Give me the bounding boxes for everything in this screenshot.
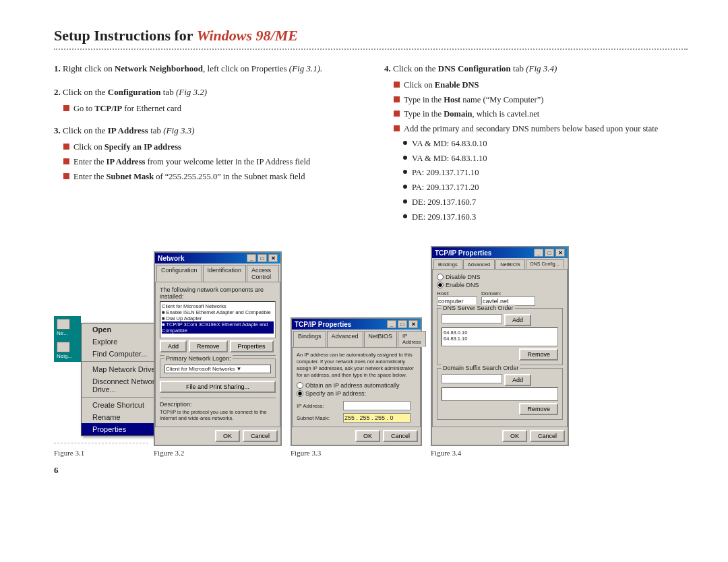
- tab-ip-address[interactable]: IP Address: [398, 331, 426, 347]
- add-dns-button[interactable]: Add: [504, 314, 531, 326]
- bullet-icon: [403, 185, 407, 189]
- network-footer: OK Cancel: [155, 427, 280, 445]
- dns-tabs: Bindings Advanced NetBIOS DNS Config...: [432, 258, 568, 269]
- network-tabs: Configuration Identification Access Cont…: [155, 263, 280, 282]
- maximize-button[interactable]: □: [257, 254, 267, 262]
- cancel-button[interactable]: Cancel: [530, 430, 565, 442]
- figure-3-1-caption: Figure 3.1: [54, 449, 84, 457]
- red-square-icon: [394, 82, 400, 88]
- domain-suffix-title: Domain Suffix Search Order: [442, 365, 520, 371]
- tcpip-tabs: Bindings Advanced NetBIOS IP Address: [292, 330, 421, 347]
- step-1-fig: (Fig 3.1).: [289, 63, 322, 73]
- step-4-bullet4: PA: 209.137.171.20: [403, 181, 688, 194]
- step-4-bullet1: VA & MD: 64.83.0.10: [403, 137, 688, 150]
- tab-netbios[interactable]: NetBIOS: [495, 259, 525, 269]
- components-label: The following network components are ins…: [160, 286, 276, 300]
- tab-configuration[interactable]: Configuration: [156, 265, 202, 282]
- step-4-sub2: Type in the Host name (“My Computer”): [394, 94, 688, 106]
- tab-advanced[interactable]: Advanced: [463, 259, 495, 269]
- step-1-bold1: Network Neighborhood: [115, 63, 203, 73]
- radio-enable-button[interactable]: [437, 282, 444, 288]
- selected-tcpip: ■ TCP/IP 3Com 3C919EX Ethernet Adapte an…: [162, 321, 274, 334]
- remove-button[interactable]: Remove: [189, 340, 228, 352]
- page-title: Setup Instructions for Windows 98/ME: [54, 27, 688, 50]
- step-3-sub1: Click on Specify an IP address: [63, 141, 357, 154]
- remove-suffix-button[interactable]: Remove: [519, 403, 558, 415]
- cancel-button[interactable]: Cancel: [243, 430, 278, 442]
- component-buttons: Add Remove Properties: [160, 340, 276, 352]
- bullet-icon: [403, 170, 407, 174]
- tcpip-description: An IP address can be automatically assig…: [297, 352, 416, 378]
- close-button[interactable]: ✕: [555, 249, 565, 257]
- add-button[interactable]: Add: [160, 340, 187, 352]
- tcpip-title: TCP/IP Properties: [295, 321, 351, 328]
- content-area: 1. Right click on Network Neighborhood, …: [54, 62, 688, 232]
- radio-specify: Specify an IP address:: [297, 390, 416, 397]
- tab-access-control[interactable]: Access Control: [247, 265, 279, 282]
- tcpip-titlebar-buttons: _ □ ✕: [387, 320, 418, 328]
- cancel-button[interactable]: Cancel: [383, 430, 418, 442]
- tab-netbios[interactable]: NetBIOS: [364, 331, 398, 347]
- red-square-icon: [63, 158, 69, 164]
- maximize-button[interactable]: □: [398, 320, 407, 328]
- network-titlebar: Network _ □ ✕: [155, 253, 280, 263]
- maximize-button[interactable]: □: [545, 249, 554, 257]
- step-2-number: 2.: [54, 87, 61, 97]
- close-button[interactable]: ✕: [268, 254, 278, 262]
- step-4-fig: (Fig 3.4): [526, 63, 557, 73]
- bullet-icon: [403, 141, 407, 145]
- step-3-number: 3.: [54, 125, 61, 135]
- dns-panel: Disable DNS Enable DNS Host: computer Do…: [432, 269, 568, 427]
- step-4-sub3: Type in the Domain, which is cavtel.net: [394, 108, 688, 121]
- dns-server-input[interactable]: [442, 314, 502, 323]
- red-square-icon: [394, 96, 400, 102]
- add-suffix-button[interactable]: Add: [504, 374, 531, 386]
- tab-bindings[interactable]: Bindings: [433, 259, 462, 269]
- desktop-icons: Ne... Neig...: [55, 317, 80, 361]
- radio-auto-button[interactable]: [297, 382, 303, 389]
- file-print-button[interactable]: File and Print Sharing...: [160, 381, 276, 393]
- step-3-fig: (Fig 3.3): [163, 125, 194, 135]
- dns-search-order-group: DNS Server Search Order Add 64.83.0.10 6…: [437, 308, 563, 365]
- bullet-icon: [403, 156, 407, 160]
- tab-identification[interactable]: Identification: [203, 265, 247, 282]
- ok-button[interactable]: OK: [215, 430, 240, 442]
- radio-disable-dns: Disable DNS: [437, 274, 563, 280]
- remove-dns-button[interactable]: Remove: [519, 348, 558, 361]
- primary-logon-group: Primary Network Logon: Client for Micros…: [160, 358, 276, 378]
- ip-field[interactable]: [343, 401, 411, 410]
- tab-advanced[interactable]: Advanced: [327, 331, 363, 347]
- radio-disable-button[interactable]: [437, 274, 444, 280]
- radio-auto: Obtain an IP address automatically: [297, 382, 416, 389]
- titlebar-buttons: _ □ ✕: [247, 254, 278, 262]
- properties-button[interactable]: Properties: [230, 340, 274, 352]
- dashed-separator: [54, 443, 148, 443]
- minimize-button[interactable]: _: [247, 254, 256, 262]
- logon-dropdown[interactable]: Client for Microsoft Networks ▼: [164, 365, 271, 373]
- minimize-button[interactable]: _: [534, 249, 543, 257]
- step-3-bold1: IP Address: [108, 125, 148, 135]
- tab-bindings[interactable]: Bindings: [293, 331, 326, 347]
- title-highlight: Windows 98/ME: [197, 27, 298, 44]
- suffix-input[interactable]: [442, 374, 502, 383]
- tab-dns-config[interactable]: DNS Config...: [526, 259, 564, 269]
- network-dialog: Network _ □ ✕ Configuration Identificati…: [154, 251, 282, 446]
- dns-footer: OK Cancel: [432, 427, 568, 445]
- tcpip-dialog: TCP/IP Properties _ □ ✕ Bindings Advance…: [291, 317, 422, 446]
- bullet-icon: [403, 214, 407, 218]
- minimize-button[interactable]: _: [387, 320, 396, 328]
- radio-enable-dns: Enable DNS: [437, 282, 563, 288]
- radio-specify-button[interactable]: [297, 390, 303, 397]
- host-label: Host:: [437, 290, 477, 296]
- close-button[interactable]: ✕: [408, 320, 418, 328]
- tcpip-footer: OK Cancel: [292, 427, 421, 445]
- domain-suffix-group: Domain Suffix Search Order Add Remove: [437, 368, 563, 420]
- title-prefix: Setup Instructions for: [54, 27, 197, 44]
- step-1: 1. Right click on Network Neighborhood, …: [54, 62, 357, 76]
- step-4-bold1: DNS Configuration: [438, 63, 511, 73]
- subnet-field[interactable]: 255 . 255 . 255 . 0: [343, 413, 411, 423]
- dns-title: TCP/IP Properties: [435, 249, 491, 257]
- ok-button[interactable]: OK: [502, 430, 527, 442]
- ok-button[interactable]: OK: [355, 430, 380, 442]
- tcpip-panel: An IP address can be automatically assig…: [292, 347, 421, 427]
